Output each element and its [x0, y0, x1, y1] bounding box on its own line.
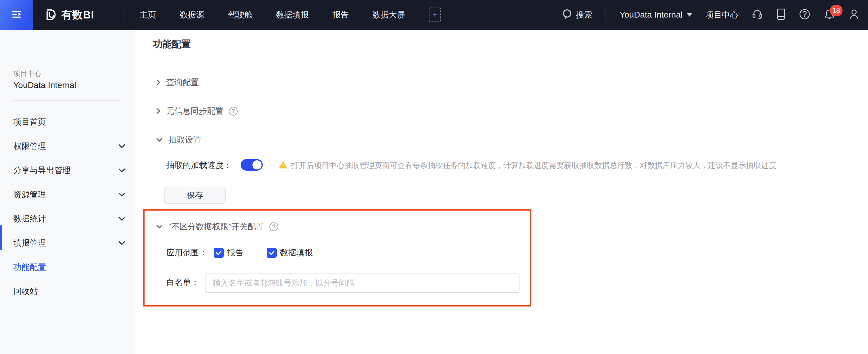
- page-header: 功能配置: [134, 30, 868, 59]
- brand[interactable]: 有数BI: [44, 8, 94, 22]
- sidebar-item-feature-config[interactable]: 功能配置: [13, 232, 125, 245]
- section-meta-sync-config[interactable]: 元信息同步配置 ?: [156, 105, 238, 117]
- sidebar-toggle-button[interactable]: [0, 0, 33, 30]
- section-label: 查询配置: [166, 77, 199, 88]
- sidebar-item-permission-management[interactable]: 权限管理: [13, 140, 125, 153]
- topbar: 有数BI 主页 数据源 驾驶舱 数据填报 报告 数据大屏 + 搜索: [0, 0, 868, 30]
- brand-name: 有数BI: [61, 8, 94, 22]
- topbar-divider: [125, 9, 125, 21]
- search-icon: [562, 9, 573, 21]
- scope-option-report[interactable]: 报告: [214, 247, 243, 259]
- workspace-selector[interactable]: YouData Internal: [619, 10, 692, 20]
- sidebar-project-name: YouData Internal: [13, 80, 76, 90]
- sidebar-item-label: 回收站: [13, 286, 38, 297]
- extract-speed-label: 抽取的加载速度：: [166, 159, 232, 171]
- section-extract-settings[interactable]: 抽取设置: [156, 134, 201, 146]
- extract-speed-warning: 打开后项目中心抽取管理页面可查看每条抽取任务的加载速度，计算加载进度需要获取抽取…: [279, 159, 776, 171]
- plus-icon: +: [433, 10, 437, 20]
- checkbox-label: 数据填报: [280, 247, 313, 258]
- sidebar-context-label: 项目中心: [13, 69, 41, 78]
- section-query-config[interactable]: 查询配置: [156, 76, 199, 88]
- sidebar-item-share-export-management[interactable]: 分享与导出管理: [13, 164, 125, 177]
- toggle-knob: [252, 161, 261, 170]
- support-button[interactable]: [752, 9, 763, 21]
- nav-item-datafill[interactable]: 数据填报: [276, 9, 309, 20]
- search-label: 搜索: [576, 9, 592, 20]
- help-circle-icon[interactable]: ?: [270, 222, 278, 231]
- help-button[interactable]: [799, 8, 810, 21]
- sidebar-item-label: 资源管理: [13, 189, 46, 200]
- section-label: 元信息同步配置: [166, 106, 223, 116]
- sidebar-item-label: 权限管理: [13, 141, 46, 151]
- scope-label: 应用范围：: [166, 247, 207, 259]
- warning-text: 打开后项目中心抽取管理页面可查看每条抽取任务的加载速度，计算加载进度需要获取抽取…: [291, 161, 776, 170]
- nav-item-dashboard[interactable]: 驾驶舱: [228, 9, 252, 20]
- headset-icon: [752, 9, 763, 21]
- active-item-indicator: [0, 225, 2, 250]
- project-center-link[interactable]: 项目中心: [706, 9, 738, 20]
- whitelist-input[interactable]: [205, 274, 520, 292]
- checkbox-label: 报告: [227, 247, 243, 258]
- chevron-down-icon: [118, 216, 125, 221]
- warning-triangle-icon: [279, 161, 288, 170]
- chevron-down-icon: [118, 168, 125, 173]
- add-nav-button[interactable]: +: [429, 7, 441, 22]
- account-button[interactable]: [848, 8, 860, 21]
- nav-item-home[interactable]: 主页: [140, 9, 156, 20]
- search-button[interactable]: 搜索: [562, 9, 592, 21]
- chevron-down-icon: [156, 137, 163, 142]
- sidebar-item-recycle-bin[interactable]: 回收站: [13, 285, 125, 298]
- question-circle-icon: [799, 8, 810, 21]
- sidebar-item-data-statistics[interactable]: 数据统计: [13, 212, 125, 225]
- section-data-permission-switch-config[interactable]: “不区分数据权限”开关配置 ?: [156, 220, 278, 233]
- main-nav: 主页 数据源 驾驶舱 数据填报 报告 数据大屏 +: [140, 7, 441, 22]
- notifications-button[interactable]: 18: [824, 8, 835, 21]
- user-icon: [848, 8, 860, 21]
- chevron-right-icon: [156, 79, 161, 86]
- sidebar-item-label: 项目首页: [13, 116, 46, 128]
- sidebar-item-project-home[interactable]: 项目首页: [13, 115, 125, 129]
- chevron-down-icon: [118, 144, 125, 148]
- youdata-logo-icon: [44, 8, 56, 21]
- mobile-device-icon: [776, 8, 785, 22]
- topbar-right: 搜索 YouData Internal 项目中心: [562, 8, 868, 22]
- notification-badge: 18: [830, 5, 842, 16]
- hamburger-expand-icon: [10, 7, 24, 23]
- extract-speed-toggle[interactable]: [241, 159, 263, 171]
- sidebar-item-label: 数据统计: [13, 213, 46, 224]
- section-label: “不区分数据权限”开关配置: [168, 221, 264, 232]
- nav-item-report[interactable]: 报告: [333, 9, 349, 20]
- nav-item-datasource[interactable]: 数据源: [180, 9, 204, 20]
- whitelist-label: 白名单：: [166, 276, 199, 288]
- workspace-name: YouData Internal: [619, 10, 683, 20]
- app-window: 有数BI 主页 数据源 驾驶舱 数据填报 报告 数据大屏 + 搜索: [0, 0, 868, 354]
- chevron-right-icon: [156, 107, 161, 115]
- save-button[interactable]: 保存: [164, 187, 226, 204]
- chevron-down-icon: [156, 224, 163, 229]
- sidebar-item-resource-management[interactable]: 资源管理: [13, 188, 125, 201]
- sidebar-item-label: 分享与导出管理: [13, 165, 71, 176]
- page-title: 功能配置: [153, 30, 191, 59]
- section-label: 抽取设置: [168, 134, 201, 145]
- sidebar-item-label: 功能配置: [13, 262, 46, 273]
- scope-option-datafill[interactable]: 数据填报: [267, 247, 313, 259]
- sidebar: 项目中心 YouData Internal 项目首页 权限管理 分享与导出管理 …: [0, 30, 134, 354]
- main-content: 功能配置 查询配置 元信息同步配置 ? 抽取设置 抽取的加载速度：: [134, 30, 868, 354]
- nav-item-bigscreen[interactable]: 数据大屏: [372, 9, 405, 20]
- checkbox-checked-icon[interactable]: [267, 248, 277, 258]
- chevron-down-icon: [687, 13, 692, 16]
- topbar-divider: [606, 8, 606, 21]
- sidebar-divider: [13, 100, 120, 101]
- chevron-down-icon: [118, 192, 125, 197]
- checkbox-checked-icon[interactable]: [214, 248, 224, 258]
- help-circle-icon[interactable]: ?: [229, 107, 238, 115]
- mobile-app-button[interactable]: [776, 8, 785, 22]
